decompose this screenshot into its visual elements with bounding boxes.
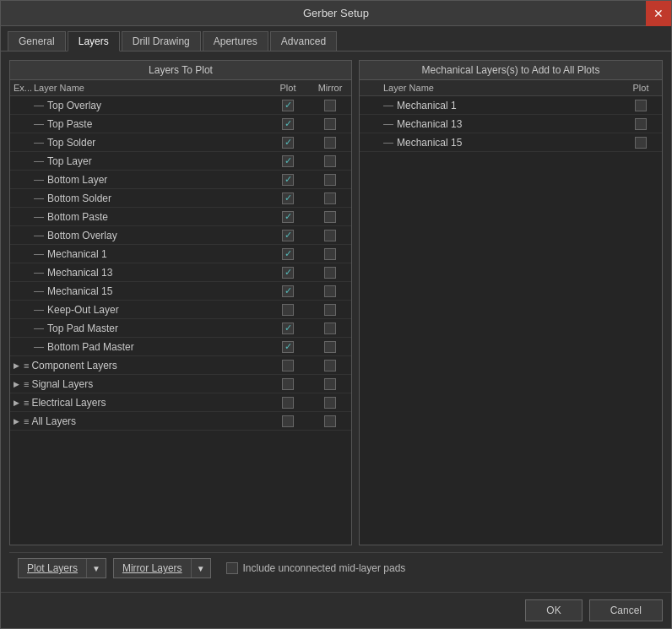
plot-checkbox[interactable] xyxy=(282,155,294,167)
mirror-checkbox[interactable] xyxy=(324,174,336,186)
row-plot-cell[interactable] xyxy=(267,285,309,297)
plot-checkbox[interactable] xyxy=(282,267,294,279)
right-row-plot-cell[interactable] xyxy=(620,100,662,111)
row-mirror-cell[interactable] xyxy=(309,248,351,260)
right-row-plot-cell[interactable] xyxy=(620,118,662,130)
plot-checkbox[interactable] xyxy=(282,100,294,111)
group-mirror-checkbox[interactable] xyxy=(324,378,336,390)
row-plot-cell[interactable] xyxy=(267,192,309,204)
tab-drill-drawing[interactable]: Drill Drawing xyxy=(122,31,201,51)
plot-checkbox[interactable] xyxy=(282,285,294,297)
row-plot-cell[interactable] xyxy=(267,118,309,130)
mirror-checkbox[interactable] xyxy=(324,100,336,111)
group-mirror-checkbox[interactable] xyxy=(324,415,336,427)
group-plot-checkbox[interactable] xyxy=(282,360,294,371)
row-mirror-cell[interactable] xyxy=(309,211,351,223)
plot-checkbox[interactable] xyxy=(282,211,294,223)
row-mirror-cell[interactable] xyxy=(309,192,351,204)
row-mirror-cell[interactable] xyxy=(309,100,351,111)
row-mirror-cell[interactable] xyxy=(309,174,351,186)
include-unconnected-checkbox[interactable] xyxy=(226,562,238,574)
mirror-layers-dropdown-arrow[interactable]: ▼ xyxy=(192,559,210,577)
plot-layers-dropdown-arrow[interactable]: ▼ xyxy=(87,559,106,577)
cancel-button[interactable]: Cancel xyxy=(589,599,663,621)
row-plot-cell[interactable] xyxy=(267,100,309,111)
right-plot-checkbox[interactable] xyxy=(635,137,647,149)
group-mirror-cell[interactable] xyxy=(309,415,351,427)
row-mirror-cell[interactable] xyxy=(309,285,351,297)
plot-checkbox[interactable] xyxy=(282,341,294,353)
plot-checkbox[interactable] xyxy=(282,137,294,149)
right-plot-checkbox[interactable] xyxy=(635,100,647,111)
mirror-checkbox[interactable] xyxy=(324,267,336,279)
close-button[interactable]: ✕ xyxy=(646,1,671,26)
plot-checkbox[interactable] xyxy=(282,248,294,260)
group-plot-cell[interactable] xyxy=(267,360,309,371)
group-plot-checkbox[interactable] xyxy=(282,415,294,427)
plot-layers-button[interactable]: Plot Layers xyxy=(19,559,87,577)
row-mirror-cell[interactable] xyxy=(309,323,351,334)
mirror-checkbox[interactable] xyxy=(324,230,336,241)
row-plot-cell[interactable] xyxy=(267,155,309,167)
plot-checkbox[interactable] xyxy=(282,192,294,204)
row-plot-cell[interactable] xyxy=(267,267,309,279)
group-mirror-checkbox[interactable] xyxy=(324,360,336,371)
group-mirror-checkbox[interactable] xyxy=(324,397,336,409)
group-plot-checkbox[interactable] xyxy=(282,378,294,390)
right-plot-checkbox[interactable] xyxy=(635,118,647,130)
row-mirror-cell[interactable] xyxy=(309,118,351,130)
group-expand-arrow[interactable]: ▶ xyxy=(10,380,24,388)
left-layer-row: — Bottom Solder xyxy=(10,189,351,208)
plot-checkbox[interactable] xyxy=(282,174,294,186)
plot-checkbox[interactable] xyxy=(282,304,294,316)
group-expand-arrow[interactable]: ▶ xyxy=(10,399,24,407)
mirror-checkbox[interactable] xyxy=(324,155,336,167)
row-mirror-cell[interactable] xyxy=(309,230,351,241)
group-expand-arrow[interactable]: ▶ xyxy=(10,361,24,370)
row-plot-cell[interactable] xyxy=(267,230,309,241)
tab-general[interactable]: General xyxy=(8,31,66,51)
layer-name-text: Bottom Pad Master xyxy=(47,341,134,353)
group-plot-checkbox[interactable] xyxy=(282,397,294,409)
row-mirror-cell[interactable] xyxy=(309,341,351,353)
mirror-checkbox[interactable] xyxy=(324,211,336,223)
row-plot-cell[interactable] xyxy=(267,323,309,334)
row-plot-cell[interactable] xyxy=(267,341,309,353)
mirror-layers-button[interactable]: Mirror Layers xyxy=(114,559,192,577)
right-row-plot-cell[interactable] xyxy=(620,137,662,149)
row-mirror-cell[interactable] xyxy=(309,155,351,167)
mirror-checkbox[interactable] xyxy=(324,304,336,316)
row-plot-cell[interactable] xyxy=(267,174,309,186)
plot-checkbox[interactable] xyxy=(282,118,294,130)
group-expand-arrow[interactable]: ▶ xyxy=(10,417,24,426)
row-mirror-cell[interactable] xyxy=(309,137,351,149)
group-plot-cell[interactable] xyxy=(267,378,309,390)
mirror-checkbox[interactable] xyxy=(324,285,336,297)
mirror-checkbox[interactable] xyxy=(324,248,336,260)
mirror-checkbox[interactable] xyxy=(324,323,336,334)
mirror-checkbox[interactable] xyxy=(324,118,336,130)
group-plot-cell[interactable] xyxy=(267,397,309,409)
group-plot-cell[interactable] xyxy=(267,415,309,427)
ok-button[interactable]: OK xyxy=(525,599,582,621)
row-mirror-cell[interactable] xyxy=(309,267,351,279)
tab-advanced[interactable]: Advanced xyxy=(270,31,337,51)
group-icon: ≡ xyxy=(24,379,29,389)
group-mirror-cell[interactable] xyxy=(309,397,351,409)
mirror-checkbox[interactable] xyxy=(324,341,336,353)
mirror-checkbox[interactable] xyxy=(324,192,336,204)
plot-checkbox[interactable] xyxy=(282,230,294,241)
plot-checkbox[interactable] xyxy=(282,323,294,334)
tab-apertures[interactable]: Apertures xyxy=(203,31,268,51)
row-plot-cell[interactable] xyxy=(267,211,309,223)
tab-layers[interactable]: Layers xyxy=(68,31,120,52)
layer-name-text: Top Overlay xyxy=(47,100,101,111)
row-mirror-cell[interactable] xyxy=(309,304,351,316)
row-plot-cell[interactable] xyxy=(267,304,309,316)
include-unconnected-label[interactable]: Include unconnected mid-layer pads xyxy=(226,562,406,574)
row-plot-cell[interactable] xyxy=(267,248,309,260)
mirror-checkbox[interactable] xyxy=(324,137,336,149)
group-mirror-cell[interactable] xyxy=(309,378,351,390)
group-mirror-cell[interactable] xyxy=(309,360,351,371)
row-plot-cell[interactable] xyxy=(267,137,309,149)
